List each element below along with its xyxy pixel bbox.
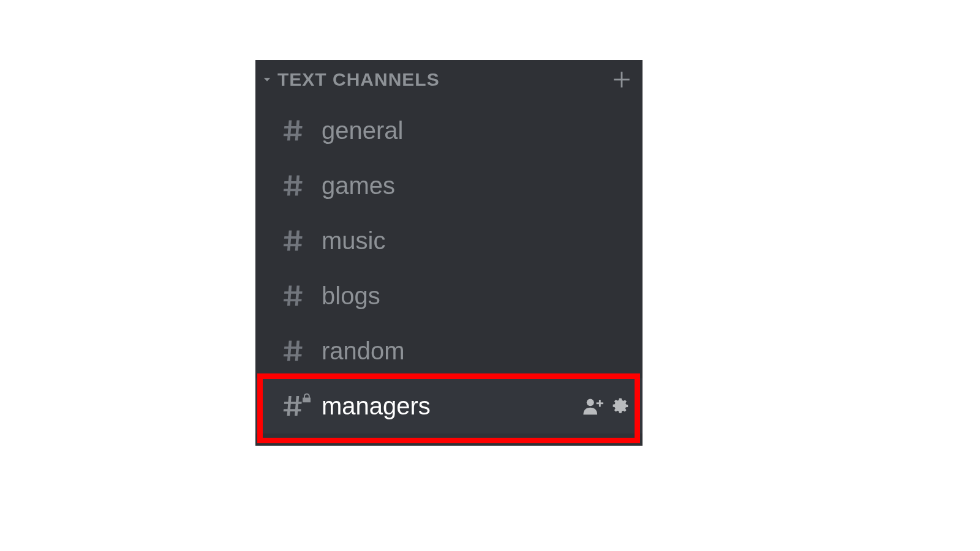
hash-icon [280, 117, 314, 144]
invite-people-icon[interactable] [582, 397, 603, 415]
channel-label: music [322, 227, 630, 255]
channel-list: general games music blo [255, 103, 643, 433]
channel-category-label: TEXT CHANNELS [277, 69, 609, 90]
chevron-down-icon [262, 74, 273, 85]
hash-icon [280, 227, 314, 254]
channel-label: blogs [322, 282, 630, 310]
channel-category-header[interactable]: TEXT CHANNELS [255, 60, 643, 103]
channel-label: general [322, 117, 630, 144]
channel-label: games [322, 172, 630, 200]
channel-item-general[interactable]: general [255, 103, 643, 158]
svg-point-0 [587, 399, 594, 406]
hash-lock-icon [280, 392, 314, 419]
channel-item-music[interactable]: music [255, 213, 643, 268]
hash-icon [280, 172, 314, 199]
gear-icon[interactable] [612, 397, 630, 415]
channel-item-games[interactable]: games [255, 158, 643, 213]
channel-label: random [322, 337, 630, 365]
hash-icon [280, 282, 314, 309]
add-channel-button[interactable] [609, 67, 634, 92]
channel-item-managers[interactable]: managers [255, 378, 643, 433]
channel-sidebar-panel: TEXT CHANNELS general games [255, 60, 643, 446]
hash-icon [280, 337, 314, 364]
channel-label: managers [322, 392, 582, 420]
channel-item-random[interactable]: random [255, 323, 643, 378]
channel-item-blogs[interactable]: blogs [255, 268, 643, 323]
